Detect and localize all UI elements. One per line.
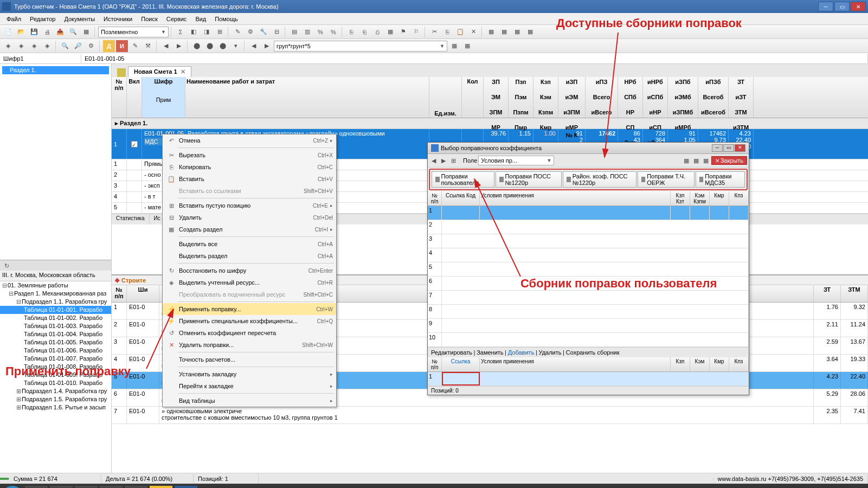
pt-2-icon[interactable]: ▶ bbox=[439, 156, 448, 165]
tool10-icon[interactable]: ⎘ bbox=[345, 26, 357, 38]
pt-6-icon[interactable]: ▦ bbox=[702, 156, 710, 165]
task-1c[interactable]: 1С bbox=[150, 486, 172, 488]
ctx-cancelcoef[interactable]: ↺Отменить коэффициент пересчета bbox=[163, 327, 336, 339]
ctx-restore[interactable]: ↻Восстановить по шифруCtrl+Enter bbox=[163, 265, 336, 277]
ctx-delete[interactable]: ⊟УдалитьCtrl+Del bbox=[163, 211, 336, 223]
t2-12-icon[interactable]: ◀ bbox=[160, 40, 172, 52]
nav-15[interactable]: Подраздел 1.5. Разработка гру bbox=[22, 396, 107, 402]
tool5-icon[interactable]: ⚙ bbox=[245, 26, 256, 38]
nav-4[interactable]: Таблица 01-01-002. Разрабо bbox=[24, 314, 102, 321]
paste-icon[interactable]: 📋 bbox=[454, 26, 466, 38]
minimize-button[interactable]: ─ bbox=[818, 2, 833, 11]
percent2-icon[interactable]: % bbox=[327, 26, 339, 38]
new-icon[interactable]: 📄 bbox=[2, 26, 14, 38]
ptab-tch[interactable]: Поправки Т.Ч. ОЕРЖ bbox=[638, 171, 695, 188]
nav-tree[interactable]: ⊟01. Земляные работы ⊟Раздел 1. Механизи… bbox=[0, 281, 111, 412]
popup-row-1[interactable]: 1 bbox=[428, 206, 749, 220]
cut-icon[interactable]: ✂ bbox=[428, 26, 440, 38]
ctx-viewtable[interactable]: Вид таблицы▸ bbox=[163, 395, 336, 407]
tool6-icon[interactable]: 🔧 bbox=[258, 26, 269, 38]
ptab-region[interactable]: Район. коэф. ПОСС №1220р bbox=[563, 171, 636, 188]
row-checkbox[interactable] bbox=[131, 141, 138, 147]
maximize-button[interactable]: ▭ bbox=[834, 2, 850, 11]
ctx-precision[interactable]: Точность расчетов... bbox=[163, 354, 336, 365]
tool14-icon[interactable]: ⚑ bbox=[397, 26, 409, 38]
t2-2-icon[interactable]: ◈ bbox=[15, 40, 27, 52]
tool20-icon[interactable]: ▦ bbox=[485, 26, 497, 38]
ctx-selsec[interactable]: Выделить разделCtrl+A bbox=[163, 250, 336, 262]
popup-row[interactable]: 10 bbox=[428, 333, 749, 347]
pt-1-icon[interactable]: ◀ bbox=[429, 156, 438, 165]
t2-7-icon[interactable]: ⚙ bbox=[85, 40, 97, 52]
formula-cell1[interactable]: Шифр1 bbox=[0, 54, 81, 63]
nav-9[interactable]: Таблица 01-01-007. Разрабо bbox=[24, 355, 102, 362]
nav-10[interactable]: Таблица 01-01-008. Разрабо bbox=[24, 363, 102, 370]
nav-7[interactable]: Таблица 01-01-005. Разрабо bbox=[24, 339, 102, 345]
menu-service[interactable]: Сервис bbox=[162, 15, 191, 23]
export-icon[interactable]: 📤 bbox=[54, 26, 66, 38]
close-button[interactable]: ✕ bbox=[851, 2, 866, 11]
t2-17-icon[interactable]: ▾ bbox=[230, 40, 242, 52]
nav-12[interactable]: Таблица 01-01-010. Разрабо bbox=[24, 380, 102, 386]
popup-row[interactable]: 7 bbox=[428, 291, 749, 305]
tool4-icon[interactable]: ✎ bbox=[232, 26, 243, 38]
nav-3[interactable]: Таблица 01-01-001. Разрабо bbox=[24, 306, 102, 313]
formula-cell2[interactable]: Е01-01-001-05 bbox=[81, 54, 868, 63]
tool9-icon[interactable]: ▥ bbox=[301, 26, 313, 38]
ctx-undo[interactable]: ↶ОтменаCtrl+Z▸ bbox=[163, 134, 336, 146]
popup-edit-cell[interactable] bbox=[442, 372, 480, 386]
nav-14[interactable]: Подраздел 1.4. Разработка гру bbox=[22, 388, 107, 394]
pt-5-icon[interactable]: ▦ bbox=[692, 156, 700, 165]
pt-4-icon[interactable]: ▦ bbox=[682, 156, 691, 165]
del-icon[interactable]: ✕ bbox=[467, 26, 479, 38]
ctx-conv[interactable]: Преобразовать в подчиненный ресурсShift+… bbox=[163, 288, 336, 300]
popup-edit[interactable]: Редактировать bbox=[431, 349, 472, 356]
ptab-mds[interactable]: Поправки МДС35 bbox=[696, 171, 745, 188]
popup-replace[interactable]: Заменить bbox=[477, 349, 503, 356]
ctx-cut[interactable]: ✂ВырезатьCtrl+X bbox=[163, 149, 336, 161]
t2-16-icon[interactable]: ⬤ bbox=[217, 40, 229, 52]
refresh-icon[interactable]: ↻ bbox=[2, 261, 11, 270]
formula-combo[interactable]: груп*грунт*5▼ bbox=[274, 41, 447, 52]
pt-3-icon[interactable]: ⊞ bbox=[449, 156, 458, 165]
sigma-icon[interactable]: Σ bbox=[175, 26, 187, 38]
popup-delete[interactable]: Удалить bbox=[539, 349, 562, 356]
nav-1[interactable]: Раздел 1. Механизированная раз bbox=[14, 290, 106, 297]
tool11-icon[interactable]: ⎗ bbox=[358, 26, 370, 38]
popup-row[interactable]: 3 bbox=[428, 234, 749, 248]
cards-icon[interactable]: ▦ bbox=[80, 26, 92, 38]
start-button[interactable]: ⊞ bbox=[2, 486, 23, 488]
menu-sources[interactable]: Источники bbox=[99, 15, 137, 23]
t2-21-icon[interactable]: ▦ bbox=[461, 40, 473, 52]
ctx-paste[interactable]: 📋ВставитьCtrl+V bbox=[163, 173, 336, 185]
percent-icon[interactable]: % bbox=[314, 26, 326, 38]
t2-6-icon[interactable]: 🔎 bbox=[72, 40, 84, 52]
d-button[interactable]: Д bbox=[103, 40, 115, 52]
prev-icon[interactable]: ◀ bbox=[248, 40, 260, 52]
task-chrome[interactable]: 🌐 bbox=[100, 486, 123, 488]
t2-5-icon[interactable]: 🔍 bbox=[59, 40, 71, 52]
structure-tree[interactable]: −Раздел 1. bbox=[2, 66, 109, 74]
tool-icon[interactable]: ◧ bbox=[188, 26, 200, 38]
t2-13-icon[interactable]: ▶ bbox=[173, 40, 185, 52]
open-icon[interactable]: 📂 bbox=[15, 26, 27, 38]
tool21-icon[interactable]: ▦ bbox=[498, 26, 510, 38]
tool12-icon[interactable]: ⎙ bbox=[371, 26, 383, 38]
popup-row[interactable]: 4 bbox=[428, 248, 749, 262]
copy-icon[interactable]: ⎘ bbox=[441, 26, 453, 38]
ctx-insempty[interactable]: ⊞Вставить пустую позициюCtrl+E▸ bbox=[163, 200, 336, 211]
menu-editor[interactable]: Редактор bbox=[25, 15, 60, 23]
nav-6[interactable]: Таблица 01-01-004. Разрабо bbox=[24, 331, 102, 337]
ctx-setbm[interactable]: Установить закладку▸ bbox=[163, 368, 336, 380]
tool3-icon[interactable]: ⊞ bbox=[214, 26, 226, 38]
t2-20-icon[interactable]: ▦ bbox=[448, 40, 460, 52]
popup-save[interactable]: Сохранить сборник bbox=[566, 349, 620, 356]
task-explorer[interactable]: 📁 bbox=[25, 486, 48, 488]
tool7-icon[interactable]: ⊟ bbox=[271, 26, 282, 38]
popup-edit-row[interactable]: 1 bbox=[428, 372, 749, 386]
ptab-user[interactable]: Поправки пользователя bbox=[432, 171, 494, 188]
popup-row[interactable]: 2 bbox=[428, 220, 749, 234]
mode-combo[interactable]: Позлементно▼ bbox=[98, 27, 169, 37]
tree-root[interactable]: Раздел 1. bbox=[10, 67, 36, 73]
tool2-icon[interactable]: ◨ bbox=[201, 26, 213, 38]
